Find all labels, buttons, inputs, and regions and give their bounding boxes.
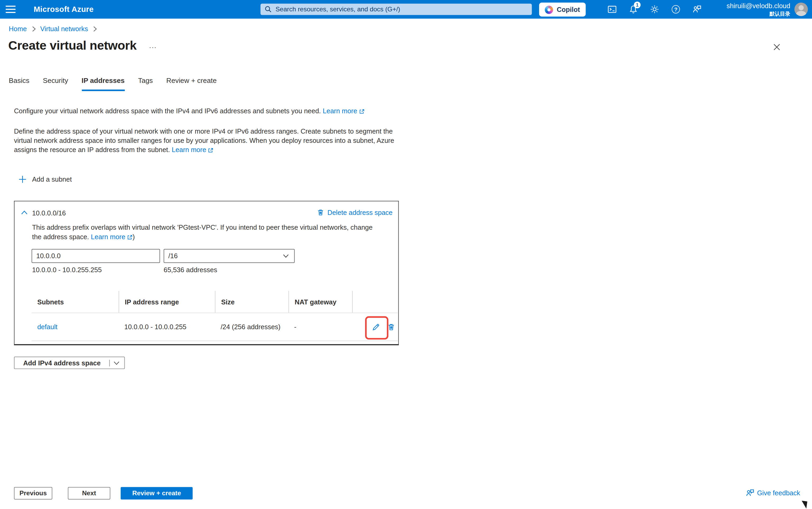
copilot-button[interactable]: Copilot xyxy=(539,3,586,16)
subnet-default-link[interactable]: default xyxy=(37,323,58,331)
prefix-size-value: /16 xyxy=(168,252,177,260)
plus-icon xyxy=(19,176,26,183)
warning-learn-more-link[interactable]: Learn more xyxy=(91,233,125,240)
avatar[interactable] xyxy=(794,3,808,16)
mouse-cursor xyxy=(801,501,807,508)
breadcrumb-home-link[interactable]: Home xyxy=(9,25,27,32)
prefix-size-select[interactable]: /16 xyxy=(164,249,295,263)
menu-icon[interactable] xyxy=(6,4,17,14)
trash-icon xyxy=(317,209,324,216)
header-subnets: Subnets xyxy=(32,291,119,313)
search-input[interactable] xyxy=(275,6,528,13)
intro-paragraph-2: Define the address space of your virtual… xyxy=(14,127,401,155)
header-ip-range: IP address range xyxy=(119,291,215,313)
user-email: shiruili@velodb.cloud xyxy=(726,2,790,10)
delete-subnet-trash-icon[interactable] xyxy=(387,323,395,331)
subnet-ip-range: 10.0.0.0 - 10.0.0.255 xyxy=(119,313,215,341)
tab-basics[interactable]: Basics xyxy=(9,76,29,91)
tab-tags[interactable]: Tags xyxy=(138,76,153,91)
address-space-title: 10.0.0.0/16 xyxy=(32,209,66,217)
external-link-icon xyxy=(208,147,214,154)
chevron-right-icon xyxy=(92,26,97,32)
more-options-button[interactable]: ... xyxy=(149,41,157,49)
feedback-icon[interactable] xyxy=(691,3,703,16)
copilot-label: Copilot xyxy=(557,6,580,13)
add-subnet-button[interactable]: Add a subnet xyxy=(19,176,72,183)
subnet-size: /24 (256 addresses) xyxy=(215,313,288,341)
user-block[interactable]: shiruili@velodb.cloud 默认目录 xyxy=(726,2,790,17)
global-search-box[interactable] xyxy=(260,4,532,15)
help-icon[interactable]: ? xyxy=(670,3,682,16)
intro-text-1: Configure your virtual network address s… xyxy=(14,107,321,115)
warning-suffix: ) xyxy=(133,233,135,240)
close-icon[interactable] xyxy=(773,43,782,52)
notifications-bell-icon[interactable]: 1 xyxy=(627,3,640,16)
next-button[interactable]: Next xyxy=(68,487,110,500)
intro-paragraph-1: Configure your virtual network address s… xyxy=(14,107,408,116)
chevron-down-icon xyxy=(283,254,289,259)
page-title: Create virtual network xyxy=(8,38,136,53)
add-subnet-label: Add a subnet xyxy=(32,176,72,183)
chevron-right-icon xyxy=(31,26,36,32)
topbar-icon-row: 1 ? xyxy=(606,0,704,19)
header-size: Size xyxy=(215,291,288,313)
subnets-table-header: Subnets IP address range Size NAT gatewa… xyxy=(32,291,398,313)
address-space-card: 10.0.0.0/16 Delete address space This ad… xyxy=(14,201,399,345)
subnets-table: Subnets IP address range Size NAT gatewa… xyxy=(32,291,398,341)
brand-title[interactable]: Microsoft Azure xyxy=(34,5,94,13)
delete-address-space-button[interactable]: Delete address space xyxy=(317,209,392,216)
address-count-helper: 65,536 addresses xyxy=(164,266,217,274)
settings-gear-icon[interactable] xyxy=(649,3,661,16)
chevron-down-icon[interactable] xyxy=(110,360,124,365)
copilot-icon xyxy=(545,5,553,14)
address-prefix-input[interactable] xyxy=(32,249,160,263)
chevron-up-icon[interactable] xyxy=(21,210,28,215)
top-bar: Microsoft Azure Copilot 1 ? xyxy=(0,0,812,19)
add-ipv4-label: Add IPv4 address space xyxy=(14,359,109,367)
add-ipv4-address-space-button[interactable]: Add IPv4 address space xyxy=(14,357,125,369)
subnet-row: default 10.0.0.0 - 10.0.0.255 /24 (256 a… xyxy=(32,313,398,341)
subnet-nat-gateway: - xyxy=(288,313,352,341)
delete-address-space-label: Delete address space xyxy=(328,209,393,216)
feedback-icon xyxy=(746,489,754,497)
tab-review-create[interactable]: Review + create xyxy=(166,76,217,91)
give-feedback-link[interactable]: Give feedback xyxy=(746,489,800,497)
warning-text: This address prefix overlaps with virtua… xyxy=(32,224,373,241)
external-link-icon xyxy=(127,234,133,240)
cloud-shell-icon[interactable] xyxy=(606,3,618,16)
previous-button[interactable]: Previous xyxy=(14,487,52,500)
breadcrumb-virtual-networks-link[interactable]: Virtual networks xyxy=(40,25,88,32)
learn-more-link-2[interactable]: Learn more xyxy=(172,146,206,154)
address-range-helper: 10.0.0.0 - 10.0.255.255 xyxy=(32,266,102,274)
breadcrumb: Home Virtual networks xyxy=(9,25,97,32)
tab-bar: Basics Security IP addresses Tags Review… xyxy=(9,76,217,91)
notification-badge: 1 xyxy=(634,2,641,8)
edit-subnet-pencil-icon[interactable] xyxy=(372,323,380,331)
header-actions xyxy=(352,291,398,313)
user-directory: 默认目录 xyxy=(726,10,790,17)
learn-more-link-1[interactable]: Learn more xyxy=(323,107,357,115)
search-icon xyxy=(265,6,272,13)
tab-ip-addresses[interactable]: IP addresses xyxy=(82,76,125,91)
azure-portal-window: Microsoft Azure Copilot 1 ? xyxy=(0,0,812,509)
overlap-warning: This address prefix overlaps with virtua… xyxy=(32,223,375,242)
external-link-icon xyxy=(359,109,364,114)
tab-security[interactable]: Security xyxy=(43,76,68,91)
give-feedback-label: Give feedback xyxy=(757,489,800,497)
review-create-button[interactable]: Review + create xyxy=(121,487,193,500)
header-nat-gateway: NAT gateway xyxy=(288,291,352,313)
